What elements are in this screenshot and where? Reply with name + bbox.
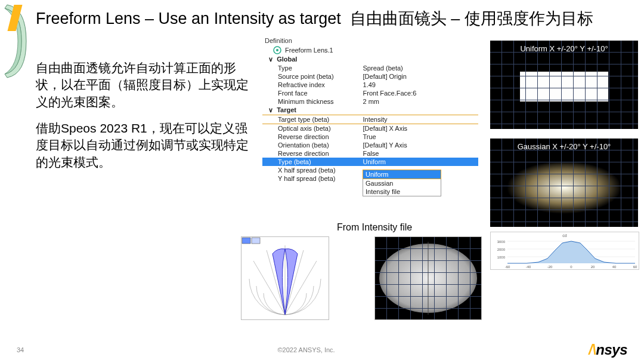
dropdown-option[interactable]: Uniform xyxy=(363,170,441,179)
svg-rect-3 xyxy=(252,238,260,244)
table-row: Front faceFront Face.Face:6 xyxy=(262,89,478,97)
type-dropdown[interactable]: Uniform Gaussian Intensity file xyxy=(363,170,441,196)
table-row: Orientation (beta)[Default] Y Axis xyxy=(262,141,478,149)
ansys-logo: /\nsys xyxy=(589,342,627,358)
footer: 34 ©2022 ANSYS, Inc. /\nsys xyxy=(0,342,644,358)
svg-text:2000: 2000 xyxy=(497,248,506,251)
body-text: 自由曲面透镜允许自动计算正面的形状，以在平面（辐照度目标）上实现定义的光束图案。… xyxy=(36,60,256,180)
svg-text:3000: 3000 xyxy=(497,240,506,244)
svg-text:1000: 1000 xyxy=(497,256,506,259)
svg-text:-40: -40 xyxy=(526,265,531,269)
copyright: ©2022 ANSYS, Inc. xyxy=(278,346,335,353)
title-zh: 自由曲面镜头 – 使用强度作为目标 xyxy=(350,10,593,27)
table-row-selected: Type (beta)Uniform xyxy=(262,158,478,166)
polar-diagram xyxy=(241,236,329,320)
table-row: Source point (beta)[Default] Origin xyxy=(262,72,478,81)
grid-overlay xyxy=(375,237,481,319)
title-en: Freeform Lens – Use an Intensity as targ… xyxy=(36,10,341,27)
slide-title: Freeform Lens – Use an Intensity as targ… xyxy=(36,8,632,29)
chart-title: cd xyxy=(562,233,567,238)
svg-rect-2 xyxy=(242,238,250,244)
intensity-file-label: From Intensity file xyxy=(337,222,412,233)
page-number: 34 xyxy=(17,346,24,353)
table-row: Reverse directionFalse xyxy=(262,149,478,158)
svg-text:40: 40 xyxy=(612,265,617,269)
svg-text:-60: -60 xyxy=(505,265,510,269)
intensity-file-result xyxy=(374,236,482,320)
uniform-result: Uniform X +/-20° Y +/-10° xyxy=(490,41,638,129)
svg-point-1 xyxy=(276,49,278,51)
paragraph-1: 自由曲面透镜允许自动计算正面的形状，以在平面（辐照度目标）上实现定义的光束图案。 xyxy=(36,60,256,110)
lens-icon xyxy=(273,46,281,54)
dropdown-option[interactable]: Gaussian xyxy=(363,179,441,188)
group-target[interactable]: ∨ Target xyxy=(262,106,478,115)
gaussian-result: Gaussian X +/-20° Y +/-10° xyxy=(490,139,638,227)
table-row-highlighted: Target type (beta)Intensity xyxy=(262,115,478,124)
dropdown-option[interactable]: Intensity file xyxy=(363,187,441,196)
paragraph-2: 借助Speos 2023 R1，现在可以定义强度目标以自动通过例如调节或实现特定… xyxy=(36,120,256,171)
svg-text:20: 20 xyxy=(591,265,595,269)
uniform-caption: Uniform X +/-20° Y +/-10° xyxy=(490,44,638,53)
table-row: Optical axis (beta)[Default] X Axis xyxy=(262,124,478,133)
table-row: Minimum thickness2 mm xyxy=(262,97,478,106)
grid-overlay xyxy=(490,139,638,227)
svg-text:60: 60 xyxy=(633,265,637,269)
group-global[interactable]: ∨ Global xyxy=(262,55,478,64)
gaussian-caption: Gaussian X +/-20° Y +/-10° xyxy=(490,142,638,151)
gaussian-profile-chart: cd 3000 2000 1000 -60-40-20 0204060 xyxy=(490,232,639,270)
grid-overlay xyxy=(490,41,638,129)
node-label: Freeform Lens.1 xyxy=(285,47,333,54)
panel-header: Definition xyxy=(262,36,478,45)
svg-text:0: 0 xyxy=(570,265,572,269)
table-row: TypeSpread (beta) xyxy=(262,64,478,72)
properties-table: ∨ Global TypeSpread (beta) Source point … xyxy=(262,55,478,183)
table-row: Reverse directionTrue xyxy=(262,133,478,141)
svg-text:-20: -20 xyxy=(547,265,553,269)
table-row: Refractive index1.49 xyxy=(262,81,478,89)
tree-node[interactable]: Freeform Lens.1 xyxy=(262,45,478,55)
definition-panel: Definition Freeform Lens.1 ∨ Global Type… xyxy=(262,36,478,183)
